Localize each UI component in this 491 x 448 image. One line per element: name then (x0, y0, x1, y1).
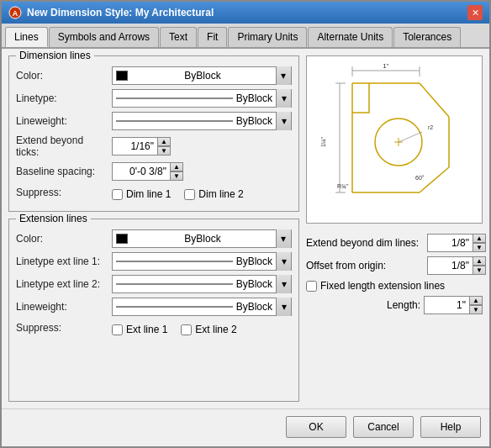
ext-color-arrow: ▾ (276, 229, 291, 248)
lineweight-row: Lineweight: ByBlock ▾ (16, 112, 292, 130)
baseline-up-btn[interactable]: ▲ (170, 162, 183, 171)
ext-color-value: ByBlock (184, 233, 220, 245)
fixed-length-checkbox[interactable] (306, 281, 317, 292)
length-down-btn[interactable]: ▼ (469, 305, 483, 314)
offset-spinner: ▲ ▼ (427, 256, 486, 275)
bottom-buttons: OK Cancel Help (2, 408, 489, 446)
lineweight-label: Lineweight: (16, 115, 108, 127)
app-icon: A (8, 6, 22, 19)
color-row: Color: ByBlock ▾ (16, 66, 292, 85)
tab-tolerances[interactable]: Tolerances (393, 27, 461, 47)
ext-line1-label: Ext line 1 (126, 324, 167, 335)
linetype2-dropdown[interactable]: ByBlock ▾ (112, 275, 292, 293)
offset-input[interactable] (427, 256, 473, 275)
svg-text:1": 1" (383, 62, 388, 70)
dim-line1-label: Dim line 1 (126, 188, 171, 200)
extend-spinner-buttons: ▲ ▼ (157, 137, 171, 155)
linetype1-dropdown[interactable]: ByBlock ▾ (112, 252, 292, 271)
title-bar-left: A New Dimension Style: My Architectural (8, 6, 214, 19)
svg-text:A: A (13, 9, 18, 18)
length-input[interactable] (424, 296, 470, 314)
ext-beyond-down-btn[interactable]: ▼ (473, 243, 486, 252)
suppress-ext-label: Suppress: (16, 322, 108, 334)
linetype2-row: Linetype ext line 2: ByBlock ▾ (16, 275, 292, 293)
extend-up-btn[interactable]: ▲ (157, 137, 171, 146)
color-swatch (116, 71, 128, 81)
baseline-down-btn[interactable]: ▼ (170, 171, 183, 181)
ext-lineweight-dropdown[interactable]: ByBlock ▾ (112, 298, 292, 316)
dim-line1-checkbox[interactable] (112, 189, 123, 200)
tab-lines[interactable]: Lines (5, 27, 48, 47)
svg-text:60°: 60° (415, 175, 425, 181)
tab-bar: Lines Symbols and Arrows Text Fit Primar… (2, 24, 489, 49)
ext-line1-checkbox[interactable] (112, 324, 123, 335)
dimension-lines-title: Dimension lines (16, 50, 94, 61)
ext-beyond-up-btn[interactable]: ▲ (473, 234, 486, 243)
baseline-spinner-buttons: ▲ ▼ (170, 162, 183, 181)
tab-alternate-units[interactable]: Alternate Units (308, 27, 393, 47)
ext-line2-checkbox[interactable] (181, 324, 192, 335)
lineweight-line (116, 120, 233, 122)
extend-input[interactable] (112, 137, 158, 155)
offset-row: Offset from origin: ▲ ▼ (306, 256, 483, 275)
dim-line2-label: Dim line 2 (198, 188, 243, 200)
lineweight-dropdown[interactable]: ByBlock ▾ (112, 112, 292, 130)
cancel-button[interactable]: Cancel (353, 416, 414, 438)
ext-lineweight-value: ByBlock (236, 301, 272, 313)
ext-color-swatch (116, 234, 128, 244)
dim-line2-checkbox[interactable] (184, 189, 195, 200)
linetype1-value: ByBlock (236, 256, 272, 267)
length-row: Length: ▲ ▼ (306, 296, 483, 314)
svg-text:1¼": 1¼" (320, 136, 326, 147)
tab-primary-units[interactable]: Primary Units (228, 27, 307, 47)
close-button[interactable]: ✕ (467, 5, 483, 20)
length-up-btn[interactable]: ▲ (469, 296, 483, 305)
linetype2-line (116, 283, 233, 285)
linetype1-label: Linetype ext line 1: (16, 256, 108, 267)
linetype-line (116, 98, 233, 99)
color-value: ByBlock (184, 70, 220, 82)
ext-line2-checkbox-row: Ext line 2 (181, 324, 236, 335)
lineweight-dropdown-arrow: ▾ (276, 112, 291, 130)
right-panel: 1" 1¼" r2 60° R¾" (306, 55, 483, 402)
ext-beyond-row: Extend beyond dim lines: ▲ ▼ (306, 234, 483, 252)
tab-text[interactable]: Text (160, 27, 197, 47)
dim-line1-checkbox-row: Dim line 1 (112, 188, 171, 200)
tab-fit[interactable]: Fit (198, 27, 227, 47)
dialog: A New Dimension Style: My Architectural … (0, 0, 491, 448)
help-button[interactable]: Help (420, 416, 481, 438)
preview-box: 1" 1¼" r2 60° R¾" (306, 55, 483, 224)
offset-label: Offset from origin: (306, 260, 424, 271)
color-dropdown[interactable]: ByBlock ▾ (112, 66, 292, 85)
ext-beyond-spinner: ▲ ▼ (427, 234, 486, 252)
linetype-label: Linetype: (16, 92, 108, 104)
ext-line2-label: Ext line 2 (195, 324, 236, 335)
ext-beyond-input[interactable] (427, 234, 473, 252)
lineweight-value: ByBlock (236, 115, 272, 127)
linetype1-arrow: ▾ (276, 252, 291, 271)
ext-right-section: Extend beyond dim lines: ▲ ▼ Offset from… (306, 234, 483, 314)
ext-beyond-label: Extend beyond dim lines: (306, 237, 424, 249)
ok-button[interactable]: OK (286, 416, 346, 438)
ext-color-dropdown[interactable]: ByBlock ▾ (112, 229, 292, 248)
ext-suppress-checkboxes: Ext line 1 Ext line 2 (112, 322, 237, 335)
title-bar: A New Dimension Style: My Architectural … (2, 2, 489, 24)
ext-beyond-buttons: ▲ ▼ (473, 234, 486, 252)
offset-down-btn[interactable]: ▼ (473, 266, 486, 275)
tab-content: Dimension lines Color: ByBlock ▾ Linetyp… (2, 49, 489, 408)
length-spinner: ▲ ▼ (424, 296, 483, 314)
left-panel: Dimension lines Color: ByBlock ▾ Linetyp… (8, 55, 299, 402)
linetype-value: ByBlock (236, 92, 272, 104)
dimension-lines-content: Color: ByBlock ▾ Linetype: ByBlock ▾ (16, 66, 292, 200)
ext-lineweight-line (116, 306, 233, 308)
linetype-dropdown[interactable]: ByBlock ▾ (112, 89, 292, 108)
baseline-input[interactable] (112, 162, 171, 181)
preview-svg: 1" 1¼" r2 60° R¾" (310, 58, 478, 222)
extend-down-btn[interactable]: ▼ (157, 146, 171, 155)
length-label: Length: (370, 299, 420, 311)
offset-up-btn[interactable]: ▲ (473, 256, 486, 266)
length-buttons: ▲ ▼ (469, 296, 483, 314)
suppress-ext-row: Suppress: Ext line 1 Ext line 2 (16, 320, 292, 335)
ext-color-label: Color: (16, 233, 108, 245)
tab-symbols-arrows[interactable]: Symbols and Arrows (49, 27, 159, 47)
